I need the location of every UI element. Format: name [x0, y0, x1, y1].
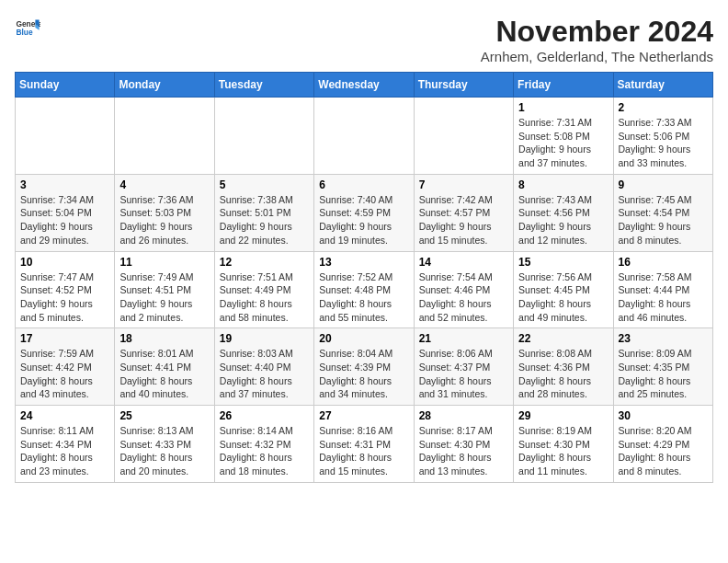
- day-number: 3: [20, 178, 109, 191]
- day-info: Sunrise: 7:34 AM Sunset: 5:04 PM Dayligh…: [20, 193, 109, 247]
- day-number: 22: [518, 332, 608, 345]
- logo: General Blue: [15, 15, 40, 40]
- day-info: Sunrise: 8:14 AM Sunset: 4:32 PM Dayligh…: [220, 424, 309, 478]
- calendar-cell: 16Sunrise: 7:58 AM Sunset: 4:44 PM Dayli…: [613, 251, 712, 328]
- calendar-cell: 9Sunrise: 7:45 AM Sunset: 4:54 PM Daylig…: [613, 174, 712, 251]
- location-title: Arnhem, Gelderland, The Netherlands: [481, 49, 713, 64]
- day-info: Sunrise: 8:11 AM Sunset: 4:34 PM Dayligh…: [20, 424, 109, 478]
- calendar-cell: 17Sunrise: 7:59 AM Sunset: 4:42 PM Dayli…: [16, 328, 115, 406]
- calendar-cell: 19Sunrise: 8:03 AM Sunset: 4:40 PM Dayli…: [214, 328, 313, 406]
- calendar-cell: 7Sunrise: 7:42 AM Sunset: 4:57 PM Daylig…: [414, 174, 513, 251]
- day-number: 11: [119, 256, 209, 269]
- calendar-week-row: 1Sunrise: 7:31 AM Sunset: 5:08 PM Daylig…: [16, 98, 713, 175]
- day-info: Sunrise: 8:16 AM Sunset: 4:31 PM Dayligh…: [319, 424, 408, 478]
- svg-text:Blue: Blue: [16, 28, 32, 37]
- day-info: Sunrise: 8:09 AM Sunset: 4:35 PM Dayligh…: [619, 347, 708, 401]
- day-info: Sunrise: 8:20 AM Sunset: 4:29 PM Dayligh…: [619, 424, 708, 478]
- day-number: 14: [419, 256, 508, 269]
- day-number: 24: [20, 409, 109, 422]
- day-info: Sunrise: 7:56 AM Sunset: 4:45 PM Dayligh…: [518, 270, 608, 325]
- day-number: 26: [220, 409, 309, 422]
- day-number: 7: [419, 178, 508, 191]
- day-number: 29: [518, 409, 608, 422]
- calendar-cell: 15Sunrise: 7:56 AM Sunset: 4:45 PM Dayli…: [514, 251, 613, 328]
- day-number: 1: [518, 101, 608, 114]
- day-header-saturday: Saturday: [613, 73, 712, 98]
- calendar-cell: [16, 98, 115, 175]
- day-header-sunday: Sunday: [16, 73, 115, 98]
- day-number: 6: [319, 178, 408, 191]
- day-number: 20: [319, 332, 408, 345]
- calendar-cell: 12Sunrise: 7:51 AM Sunset: 4:49 PM Dayli…: [214, 251, 313, 328]
- calendar-week-row: 3Sunrise: 7:34 AM Sunset: 5:04 PM Daylig…: [16, 174, 713, 251]
- calendar-week-row: 17Sunrise: 7:59 AM Sunset: 4:42 PM Dayli…: [16, 328, 713, 406]
- day-number: 25: [119, 409, 209, 422]
- day-info: Sunrise: 7:58 AM Sunset: 4:44 PM Dayligh…: [619, 270, 708, 325]
- calendar-cell: 22Sunrise: 8:08 AM Sunset: 4:36 PM Dayli…: [514, 328, 613, 406]
- calendar-cell: 21Sunrise: 8:06 AM Sunset: 4:37 PM Dayli…: [414, 328, 513, 406]
- month-title: November 2024: [481, 15, 713, 49]
- day-number: 2: [619, 101, 708, 114]
- calendar-cell: [214, 98, 313, 175]
- day-info: Sunrise: 7:43 AM Sunset: 4:56 PM Dayligh…: [518, 193, 608, 247]
- calendar-cell: 6Sunrise: 7:40 AM Sunset: 4:59 PM Daylig…: [314, 174, 414, 251]
- day-number: 17: [20, 332, 109, 345]
- calendar-cell: 26Sunrise: 8:14 AM Sunset: 4:32 PM Dayli…: [214, 406, 313, 483]
- day-info: Sunrise: 8:01 AM Sunset: 4:41 PM Dayligh…: [119, 347, 209, 401]
- day-number: 18: [119, 332, 209, 345]
- calendar-cell: [414, 98, 513, 175]
- day-header-thursday: Thursday: [414, 73, 513, 98]
- calendar-cell: 10Sunrise: 7:47 AM Sunset: 4:52 PM Dayli…: [16, 251, 115, 328]
- day-number: 23: [619, 332, 708, 345]
- calendar-cell: 28Sunrise: 8:17 AM Sunset: 4:30 PM Dayli…: [414, 406, 513, 483]
- day-info: Sunrise: 7:31 AM Sunset: 5:08 PM Dayligh…: [518, 116, 608, 170]
- calendar-table: SundayMondayTuesdayWednesdayThursdayFrid…: [15, 72, 713, 483]
- day-number: 12: [220, 256, 309, 269]
- calendar-cell: 29Sunrise: 8:19 AM Sunset: 4:30 PM Dayli…: [514, 406, 613, 483]
- day-info: Sunrise: 7:33 AM Sunset: 5:06 PM Dayligh…: [619, 116, 708, 170]
- calendar-cell: 3Sunrise: 7:34 AM Sunset: 5:04 PM Daylig…: [16, 174, 115, 251]
- day-number: 15: [518, 256, 608, 269]
- day-info: Sunrise: 7:47 AM Sunset: 4:52 PM Dayligh…: [20, 270, 109, 325]
- calendar-cell: 14Sunrise: 7:54 AM Sunset: 4:46 PM Dayli…: [414, 251, 513, 328]
- day-header-friday: Friday: [514, 73, 613, 98]
- day-number: 21: [419, 332, 508, 345]
- day-info: Sunrise: 8:13 AM Sunset: 4:33 PM Dayligh…: [119, 424, 209, 478]
- day-number: 28: [419, 409, 508, 422]
- day-info: Sunrise: 7:42 AM Sunset: 4:57 PM Dayligh…: [419, 193, 508, 247]
- day-number: 5: [220, 178, 309, 191]
- day-info: Sunrise: 7:52 AM Sunset: 4:48 PM Dayligh…: [319, 270, 408, 325]
- calendar-cell: 24Sunrise: 8:11 AM Sunset: 4:34 PM Dayli…: [16, 406, 115, 483]
- calendar-cell: 23Sunrise: 8:09 AM Sunset: 4:35 PM Dayli…: [613, 328, 712, 406]
- calendar-cell: 4Sunrise: 7:36 AM Sunset: 5:03 PM Daylig…: [115, 174, 214, 251]
- day-number: 8: [518, 178, 608, 191]
- calendar-cell: 2Sunrise: 7:33 AM Sunset: 5:06 PM Daylig…: [613, 98, 712, 175]
- day-info: Sunrise: 8:03 AM Sunset: 4:40 PM Dayligh…: [220, 347, 309, 401]
- day-info: Sunrise: 7:59 AM Sunset: 4:42 PM Dayligh…: [20, 347, 109, 401]
- calendar-cell: 20Sunrise: 8:04 AM Sunset: 4:39 PM Dayli…: [314, 328, 414, 406]
- day-number: 19: [220, 332, 309, 345]
- day-info: Sunrise: 8:04 AM Sunset: 4:39 PM Dayligh…: [319, 347, 408, 401]
- day-header-wednesday: Wednesday: [314, 73, 414, 98]
- calendar-cell: 27Sunrise: 8:16 AM Sunset: 4:31 PM Dayli…: [314, 406, 414, 483]
- day-info: Sunrise: 7:38 AM Sunset: 5:01 PM Dayligh…: [220, 193, 309, 247]
- calendar-cell: [115, 98, 214, 175]
- day-info: Sunrise: 7:51 AM Sunset: 4:49 PM Dayligh…: [220, 270, 309, 325]
- day-info: Sunrise: 7:40 AM Sunset: 4:59 PM Dayligh…: [319, 193, 408, 247]
- day-number: 4: [119, 178, 209, 191]
- day-header-monday: Monday: [115, 73, 214, 98]
- day-info: Sunrise: 7:49 AM Sunset: 4:51 PM Dayligh…: [119, 270, 209, 325]
- header: General Blue November 2024 Arnhem, Gelde…: [15, 15, 713, 64]
- day-number: 16: [619, 256, 708, 269]
- day-number: 30: [619, 409, 708, 422]
- calendar-week-row: 10Sunrise: 7:47 AM Sunset: 4:52 PM Dayli…: [16, 251, 713, 328]
- calendar-cell: 8Sunrise: 7:43 AM Sunset: 4:56 PM Daylig…: [514, 174, 613, 251]
- day-info: Sunrise: 7:54 AM Sunset: 4:46 PM Dayligh…: [419, 270, 508, 325]
- calendar-cell: 13Sunrise: 7:52 AM Sunset: 4:48 PM Dayli…: [314, 251, 414, 328]
- logo-icon: General Blue: [15, 15, 40, 40]
- calendar-cell: 18Sunrise: 8:01 AM Sunset: 4:41 PM Dayli…: [115, 328, 214, 406]
- calendar-cell: 11Sunrise: 7:49 AM Sunset: 4:51 PM Dayli…: [115, 251, 214, 328]
- calendar-cell: 30Sunrise: 8:20 AM Sunset: 4:29 PM Dayli…: [613, 406, 712, 483]
- day-number: 9: [619, 178, 708, 191]
- calendar-cell: [314, 98, 414, 175]
